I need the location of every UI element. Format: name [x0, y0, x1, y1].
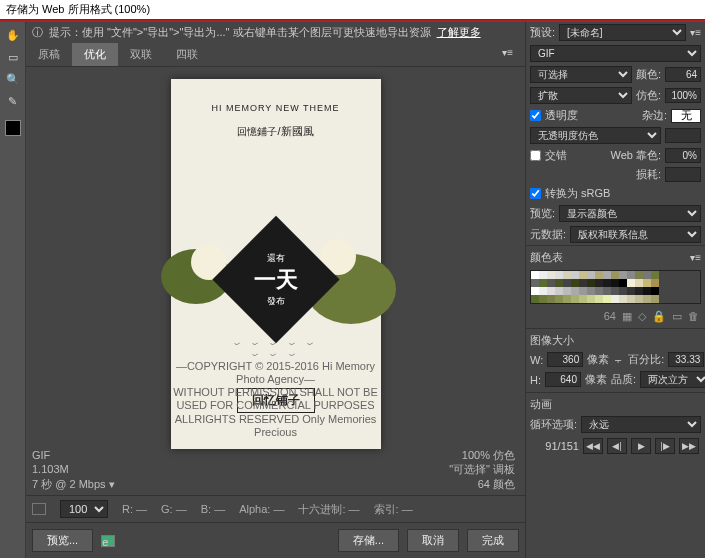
color-swatch-cell[interactable] — [587, 295, 595, 303]
color-swatch-cell[interactable] — [563, 287, 571, 295]
trans-dither-select[interactable]: 无透明度仿色 — [530, 127, 661, 144]
trans-amount-input[interactable] — [665, 128, 701, 143]
color-swatch-cell[interactable] — [627, 271, 635, 279]
color-swatch-cell[interactable] — [555, 271, 563, 279]
save-button[interactable]: 存储... — [338, 529, 399, 552]
color-swatch-cell[interactable] — [555, 279, 563, 287]
cancel-button[interactable]: 取消 — [407, 529, 459, 552]
ct-icon2[interactable]: ◇ — [638, 310, 646, 323]
color-swatch-cell[interactable] — [579, 279, 587, 287]
tab-original[interactable]: 原稿 — [26, 43, 72, 66]
quality-select[interactable]: 两次立方（较平... — [640, 371, 705, 388]
color-swatch-cell[interactable] — [643, 271, 651, 279]
prev-frame-button[interactable]: ◀| — [607, 438, 627, 454]
reduction-select[interactable]: 可选择 — [530, 66, 632, 83]
color-swatch-cell[interactable] — [595, 295, 603, 303]
color-swatch-cell[interactable] — [627, 279, 635, 287]
color-swatch-cell[interactable] — [539, 271, 547, 279]
next-frame-button[interactable]: |▶ — [655, 438, 675, 454]
color-swatch-cell[interactable] — [579, 287, 587, 295]
color-swatch-cell[interactable] — [619, 279, 627, 287]
color-swatch-cell[interactable] — [563, 271, 571, 279]
color-swatch-cell[interactable] — [635, 295, 643, 303]
ct-icon3[interactable]: 🔒 — [652, 310, 666, 323]
color-swatch-cell[interactable] — [555, 287, 563, 295]
color-swatch-cell[interactable] — [563, 295, 571, 303]
tab-optimized[interactable]: 优化 — [72, 43, 118, 66]
interlace-checkbox[interactable] — [530, 150, 541, 161]
percent-input[interactable] — [668, 352, 704, 367]
loop-select[interactable]: 永远 — [581, 416, 701, 433]
color-swatch-cell[interactable] — [587, 279, 595, 287]
colortable-menu-icon[interactable]: ▾≡ — [690, 252, 701, 263]
color-swatch-cell[interactable] — [547, 295, 555, 303]
ct-new-icon[interactable]: ▭ — [672, 310, 682, 323]
tab-4up[interactable]: 四联 — [164, 43, 210, 66]
first-frame-button[interactable]: ◀◀ — [583, 438, 603, 454]
last-frame-button[interactable]: ▶▶ — [679, 438, 699, 454]
nav-icon[interactable] — [32, 503, 46, 515]
color-swatch-cell[interactable] — [643, 295, 651, 303]
color-swatch-cell[interactable] — [571, 295, 579, 303]
color-swatch-cell[interactable] — [627, 295, 635, 303]
color-swatch-cell[interactable] — [651, 287, 659, 295]
color-table[interactable] — [530, 270, 701, 304]
preview-button[interactable]: 预览... — [32, 529, 93, 552]
metadata-select[interactable]: 版权和联系信息 — [570, 226, 701, 243]
color-swatch-cell[interactable] — [651, 271, 659, 279]
done-button[interactable]: 完成 — [467, 529, 519, 552]
dither-input[interactable] — [665, 88, 701, 103]
color-swatch-cell[interactable] — [651, 295, 659, 303]
width-input[interactable] — [547, 352, 583, 367]
ct-icon1[interactable]: ▦ — [622, 310, 632, 323]
link-icon[interactable]: ⫟ — [613, 354, 624, 366]
color-swatch-cell[interactable] — [603, 295, 611, 303]
color-swatch-cell[interactable] — [531, 279, 539, 287]
format-select[interactable]: GIF — [530, 45, 701, 62]
color-swatch-cell[interactable] — [547, 279, 555, 287]
color-swatch-cell[interactable] — [579, 295, 587, 303]
colors-input[interactable] — [665, 67, 701, 82]
color-swatch-cell[interactable] — [627, 287, 635, 295]
color-swatch-cell[interactable] — [619, 295, 627, 303]
color-swatch-cell[interactable] — [611, 287, 619, 295]
color-swatch-cell[interactable] — [587, 271, 595, 279]
height-input[interactable] — [545, 372, 581, 387]
color-swatch-cell[interactable] — [555, 295, 563, 303]
play-button[interactable]: ▶ — [631, 438, 651, 454]
color-swatch-cell[interactable] — [611, 279, 619, 287]
color-swatch-cell[interactable] — [603, 271, 611, 279]
lossy-input[interactable] — [665, 167, 701, 182]
matte-input[interactable] — [671, 109, 701, 123]
color-swatch-cell[interactable] — [651, 279, 659, 287]
color-swatch-cell[interactable] — [619, 287, 627, 295]
tab-menu-icon[interactable]: ▾≡ — [490, 43, 525, 66]
srgb-checkbox[interactable] — [530, 188, 541, 199]
color-swatch[interactable] — [5, 120, 21, 136]
eyedropper-tool[interactable]: ✎ — [4, 92, 22, 110]
preset-menu-icon[interactable]: ▾≡ — [690, 27, 701, 38]
preview-image[interactable]: HI MEMORY NEW THEME 回憶鋪子/新國風 還有一天發布 ︶ ︶ … — [171, 79, 381, 449]
browser-icon[interactable]: e — [101, 535, 115, 547]
ct-trash-icon[interactable]: 🗑 — [688, 310, 699, 323]
zoom-tool[interactable]: 🔍 — [4, 70, 22, 88]
color-swatch-cell[interactable] — [579, 271, 587, 279]
preset-select[interactable]: [未命名] — [559, 24, 686, 41]
preview-select[interactable]: 显示器颜色 — [559, 205, 701, 222]
color-swatch-cell[interactable] — [619, 271, 627, 279]
color-swatch-cell[interactable] — [635, 279, 643, 287]
color-swatch-cell[interactable] — [539, 279, 547, 287]
color-swatch-cell[interactable] — [531, 295, 539, 303]
color-swatch-cell[interactable] — [587, 287, 595, 295]
slice-tool[interactable]: ▭ — [4, 48, 22, 66]
hand-tool[interactable]: ✋ — [4, 26, 22, 44]
transparency-checkbox[interactable] — [530, 110, 541, 121]
color-swatch-cell[interactable] — [547, 271, 555, 279]
color-swatch-cell[interactable] — [531, 271, 539, 279]
color-swatch-cell[interactable] — [539, 287, 547, 295]
websnap-input[interactable] — [665, 148, 701, 163]
color-swatch-cell[interactable] — [611, 295, 619, 303]
color-swatch-cell[interactable] — [571, 271, 579, 279]
color-swatch-cell[interactable] — [547, 287, 555, 295]
color-swatch-cell[interactable] — [531, 287, 539, 295]
